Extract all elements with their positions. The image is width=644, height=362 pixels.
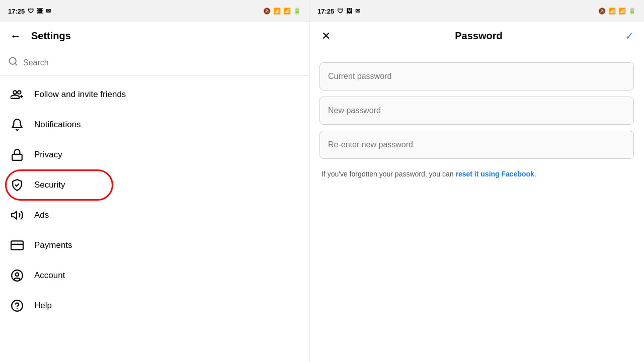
svg-marker-3 [12,211,17,219]
forgot-password-link[interactable]: reset it using Facebook [456,170,534,178]
back-button[interactable]: ← [8,28,23,45]
new-password-input[interactable] [319,97,634,125]
search-bar [0,50,309,75]
search-icon [8,56,18,69]
privacy-label: Privacy [34,150,62,160]
sidebar-item-payments[interactable]: Payments [0,230,309,260]
mail-status-icon: ✉ [46,8,51,15]
shield-check-icon [10,178,24,192]
mute-icon: 🔕 [263,8,271,15]
question-circle-icon [10,299,24,313]
person-circle-icon [10,268,24,283]
right-time: 17:25 [317,8,334,15]
security-label: Security [34,180,65,190]
right-status-bar-right: 🔕 📶 📶 🔋 [598,8,636,15]
search-input[interactable] [23,58,301,67]
bell-icon [10,118,24,132]
sidebar-item-security[interactable]: Security [0,170,309,200]
right-wifi-icon: 📶 [608,8,616,15]
sidebar-item-notifications[interactable]: Notifications [0,110,309,140]
password-panel: 17:25 🛡 🖼 ✉ 🔕 📶 📶 🔋 ✕ Password ✓ If you'… [309,0,644,362]
svg-point-7 [16,273,19,277]
megaphone-icon [10,208,24,222]
ads-label: Ads [34,210,49,220]
wifi-icon: 📶 [273,8,281,15]
right-status-bar-left: 17:25 🛡 🖼 ✉ [317,8,360,15]
settings-title: Settings [31,30,71,42]
gallery-status-icon: 🖼 [37,8,43,15]
password-form: If you've forgotten your password, you c… [309,50,644,192]
battery-icon: 🔋 [293,8,301,15]
shield-status-icon: 🛡 [28,8,34,15]
svg-rect-2 [12,154,22,160]
settings-panel: 17:25 🛡 🖼 ✉ 🔕 📶 📶 🔋 ← Settings [0,0,309,362]
sidebar-item-follow-invite[interactable]: Follow and invite friends [0,79,309,110]
forgot-text-before: If you've forgotten your password, you c… [321,170,456,178]
sidebar-item-help[interactable]: Help [0,291,309,321]
svg-line-1 [15,63,17,65]
left-time: 17:25 [8,8,25,15]
current-password-input[interactable] [319,62,634,90]
svg-rect-4 [11,241,23,249]
forgot-password-text: If you've forgotten your password, you c… [319,169,634,179]
left-status-bar-left: 17:25 🛡 🖼 ✉ [8,8,51,15]
sidebar-item-privacy[interactable]: Privacy [0,140,309,170]
right-gallery-icon: 🖼 [346,8,352,15]
notifications-label: Notifications [34,120,81,130]
sidebar-item-account[interactable]: Account [0,260,309,291]
help-label: Help [34,301,52,311]
lock-icon [10,148,24,162]
right-battery-icon: 🔋 [628,8,636,15]
right-signal-icon: 📶 [618,8,626,15]
person-add-icon [10,87,24,102]
menu-list: Follow and invite friends Notifications … [0,75,309,362]
left-status-bar-right: 🔕 📶 📶 🔋 [263,8,301,15]
payments-label: Payments [34,240,72,250]
right-mail-icon: ✉ [355,8,360,15]
card-icon [10,238,24,252]
right-mute-icon: 🔕 [598,8,606,15]
right-status-bar: 17:25 🛡 🖼 ✉ 🔕 📶 📶 🔋 [309,0,644,22]
forgot-text-end: . [534,170,536,178]
confirm-button[interactable]: ✓ [625,30,634,43]
account-label: Account [34,270,65,281]
left-status-bar: 17:25 🛡 🖼 ✉ 🔕 📶 📶 🔋 [0,0,309,22]
password-title: Password [455,30,502,42]
sidebar-item-ads[interactable]: Ads [0,200,309,230]
follow-invite-label: Follow and invite friends [34,89,126,100]
right-shield-icon: 🛡 [337,8,343,15]
signal-icon: 📶 [283,8,291,15]
close-button[interactable]: ✕ [319,28,333,45]
settings-header: ← Settings [0,22,309,50]
reenter-password-input[interactable] [319,131,634,159]
password-header: ✕ Password ✓ [309,22,644,50]
